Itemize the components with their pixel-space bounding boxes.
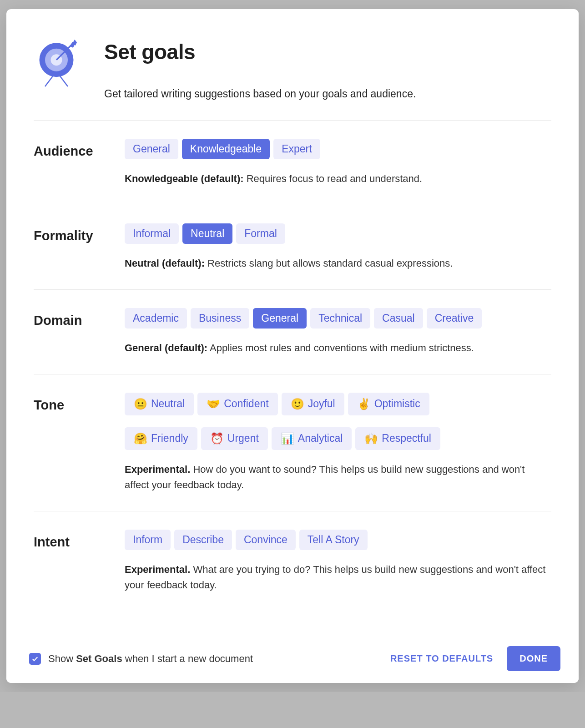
target-icon xyxy=(34,36,79,91)
audience-option-knowledgeable[interactable]: Knowledgeable xyxy=(182,139,270,159)
optimistic-emoji-icon: ✌️ xyxy=(357,398,371,410)
dialog-subtitle: Get tailored writing suggestions based o… xyxy=(104,86,416,102)
domain-option-business[interactable]: Business xyxy=(191,308,249,329)
formality-option-informal[interactable]: Informal xyxy=(125,223,179,244)
domain-option-academic[interactable]: Academic xyxy=(125,308,187,329)
tone-option-friendly[interactable]: 🤗Friendly xyxy=(125,427,197,450)
analytical-emoji-icon: 📊 xyxy=(281,432,294,445)
intent-section: Intent InformDescribeConvinceTell A Stor… xyxy=(34,511,551,620)
reset-to-defaults-button[interactable]: RESET TO DEFAULTS xyxy=(390,653,493,664)
tone-option-joyful[interactable]: 🙂Joyful xyxy=(282,393,344,415)
formality-label: Formality xyxy=(34,223,111,246)
respectful-emoji-icon: 🙌 xyxy=(364,432,378,445)
joyful-emoji-icon: 🙂 xyxy=(291,398,304,410)
domain-option-technical[interactable]: Technical xyxy=(310,308,370,329)
tone-option-respectful[interactable]: 🙌Respectful xyxy=(355,427,440,450)
tone-description: Experimental. How do you want to sound? … xyxy=(125,462,551,493)
audience-option-general[interactable]: General xyxy=(125,139,178,159)
domain-description: General (default): Applies most rules an… xyxy=(125,340,551,356)
check-icon xyxy=(31,655,39,662)
dialog-title: Set goals xyxy=(104,36,416,68)
done-button[interactable]: DONE xyxy=(507,646,560,671)
tone-option-optimistic[interactable]: ✌️Optimistic xyxy=(348,393,429,415)
tone-option-label: Optimistic xyxy=(374,398,420,410)
formality-option-formal[interactable]: Formal xyxy=(236,223,285,244)
tone-option-label: Confident xyxy=(224,398,268,410)
tone-option-label: Joyful xyxy=(308,398,335,410)
intent-option-describe[interactable]: Describe xyxy=(174,530,232,550)
audience-option-expert[interactable]: Expert xyxy=(273,139,320,159)
tone-section: Tone 😐Neutral🤝Confident🙂Joyful✌️Optimist… xyxy=(34,374,551,511)
formality-section: Formality InformalNeutralFormal Neutral … xyxy=(34,205,551,289)
audience-label: Audience xyxy=(34,139,111,162)
tone-option-label: Respectful xyxy=(382,432,431,445)
intent-option-convince[interactable]: Convince xyxy=(236,530,296,550)
set-goals-dialog: Set goals Get tailored writing suggestio… xyxy=(6,9,579,683)
urgent-emoji-icon: ⏰ xyxy=(210,432,224,445)
tone-option-label: Friendly xyxy=(151,432,188,445)
confident-emoji-icon: 🤝 xyxy=(207,398,220,410)
intent-option-inform[interactable]: Inform xyxy=(125,530,171,550)
formality-description: Neutral (default): Restricts slang but a… xyxy=(125,256,551,271)
audience-section: Audience GeneralKnowledgeableExpert Know… xyxy=(34,121,551,205)
audience-description: Knowledgeable (default): Requires focus … xyxy=(125,171,551,187)
tone-option-urgent[interactable]: ⏰Urgent xyxy=(201,427,268,450)
show-on-new-doc-label: Show Set Goals when I start a new docume… xyxy=(48,651,253,666)
tone-option-label: Urgent xyxy=(227,432,259,445)
domain-section: Domain AcademicBusinessGeneralTechnicalC… xyxy=(34,290,551,374)
tone-option-analytical[interactable]: 📊Analytical xyxy=(272,427,352,450)
neutral-emoji-icon: 😐 xyxy=(134,398,147,410)
intent-option-tell-a-story[interactable]: Tell A Story xyxy=(299,530,368,550)
domain-option-general[interactable]: General xyxy=(253,308,307,329)
friendly-emoji-icon: 🤗 xyxy=(134,432,147,445)
domain-option-casual[interactable]: Casual xyxy=(374,308,423,329)
domain-option-creative[interactable]: Creative xyxy=(427,308,482,329)
tone-option-label: Analytical xyxy=(298,432,343,445)
intent-description: Experimental. What are you trying to do?… xyxy=(125,562,551,593)
domain-label: Domain xyxy=(34,308,111,331)
dialog-footer: Show Set Goals when I start a new docume… xyxy=(6,634,579,683)
intent-label: Intent xyxy=(34,530,111,552)
tone-option-neutral[interactable]: 😐Neutral xyxy=(125,393,194,415)
show-on-new-doc-checkbox[interactable] xyxy=(29,653,41,665)
dialog-header: Set goals Get tailored writing suggestio… xyxy=(34,36,551,120)
formality-option-neutral[interactable]: Neutral xyxy=(182,223,232,244)
tone-option-confident[interactable]: 🤝Confident xyxy=(197,393,277,415)
tone-option-label: Neutral xyxy=(151,398,185,410)
tone-label: Tone xyxy=(34,393,111,415)
